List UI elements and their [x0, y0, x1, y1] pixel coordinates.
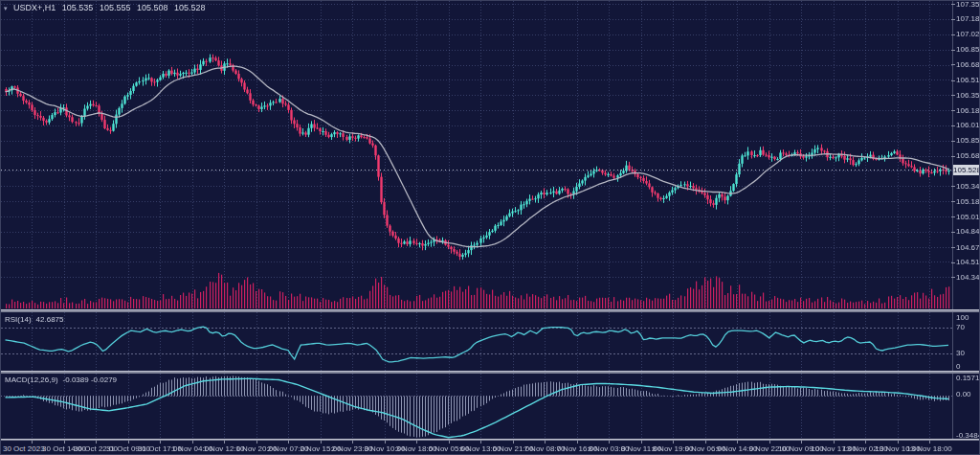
time-tick: [609, 441, 610, 444]
macd-indicator-chart[interactable]: [1, 374, 952, 439]
price-tick: [951, 277, 955, 278]
time-tick: [256, 441, 257, 444]
price-axis-label: 104.345: [956, 273, 980, 282]
time-tick: [513, 441, 514, 444]
rsi-axis-label: 100: [956, 313, 969, 322]
time-axis-label: 30 Oct 2023: [3, 444, 45, 453]
time-axis-label: 13 Nov 18:00: [906, 444, 952, 453]
price-tick: [951, 34, 955, 35]
price-tick: [951, 80, 955, 81]
ohlc-open: 105.535: [62, 3, 94, 12]
price-axis-label: 105.850: [956, 136, 980, 145]
price-tick: [951, 186, 955, 187]
price-axis-label: 106.350: [956, 91, 980, 100]
time-tick: [673, 441, 674, 444]
chart-window: ▾ USDX+,H1 105.535 105.555 105.508 105.5…: [0, 0, 980, 455]
time-tick: [705, 441, 706, 444]
time-tick: [385, 441, 386, 444]
time-tick: [352, 441, 353, 444]
price-axis-label: 106.015: [956, 121, 980, 129]
time-axis[interactable]: 30 Oct 202330 Oct 14:0030 Oct 22:0031 Oc…: [1, 441, 980, 455]
time-tick: [801, 441, 802, 444]
time-tick: [224, 441, 225, 444]
price-tick: [951, 262, 955, 263]
price-axis-label: 106.685: [956, 60, 980, 69]
rsi-indicator-chart[interactable]: [1, 312, 952, 371]
price-tick: [951, 110, 955, 111]
price-axis-label: 106.180: [956, 106, 980, 115]
ohlc-close: 105.528: [174, 3, 206, 12]
panel-separator[interactable]: [1, 371, 980, 374]
time-tick: [834, 441, 835, 444]
price-axis-label: 106.515: [956, 76, 980, 84]
macd-axis-label: 0.00: [956, 390, 971, 398]
price-axis-label: 106.850: [956, 45, 980, 54]
time-tick: [96, 441, 97, 444]
price-tick: [951, 216, 955, 217]
price-axis-label: 107.185: [956, 14, 980, 23]
rsi-axis-label: 0: [956, 362, 960, 371]
price-tick: [951, 64, 955, 65]
price-axis-label: 104.510: [956, 258, 980, 266]
price-axis-label: 107.020: [956, 30, 980, 38]
panel-separator[interactable]: [1, 439, 980, 441]
price-tick: [951, 141, 955, 142]
time-tick: [321, 441, 322, 444]
price-tick: [951, 201, 955, 202]
rsi-axis-label: 30: [956, 349, 965, 357]
time-tick: [865, 441, 866, 444]
price-axis-label: 104.675: [956, 243, 980, 252]
time-tick: [898, 441, 899, 444]
price-tick: [951, 50, 955, 51]
time-tick: [545, 441, 546, 444]
time-tick: [929, 441, 930, 444]
price-tick: [951, 247, 955, 248]
price-tick: [951, 19, 955, 20]
time-tick: [449, 441, 450, 444]
rsi-axis-label: 70: [956, 323, 965, 331]
price-tick: [951, 125, 955, 126]
time-tick: [192, 441, 193, 444]
ohlc-high: 105.555: [100, 3, 131, 12]
time-tick: [416, 441, 417, 444]
price-axis-divider: [952, 1, 953, 441]
price-axis-label: 105.680: [956, 151, 980, 160]
price-tick: [951, 4, 955, 5]
ohlc-low: 105.508: [137, 3, 168, 12]
main-price-chart[interactable]: [1, 1, 952, 309]
time-tick: [160, 441, 161, 444]
time-tick: [32, 441, 33, 444]
price-axis-label: 104.845: [956, 227, 980, 236]
time-tick: [641, 441, 642, 444]
macd-label: MACD(12,26,9)-0.0389 -0.0279: [5, 375, 117, 384]
price-tick: [951, 156, 955, 157]
ohlc-header: ▾ USDX+,H1 105.535 105.555 105.508 105.5…: [4, 3, 210, 12]
price-axis-label: 105.180: [956, 197, 980, 206]
panel-separator[interactable]: [1, 309, 980, 312]
macd-axis-label: 0.1571: [956, 374, 979, 382]
price-axis-label: 107.350: [956, 0, 980, 9]
price-tick: [951, 95, 955, 96]
current-price-box: 105.528: [953, 165, 980, 175]
price-axis-label: 105.010: [956, 213, 980, 221]
time-tick: [128, 441, 129, 444]
time-tick: [288, 441, 289, 444]
time-tick: [64, 441, 65, 444]
time-tick: [480, 441, 481, 444]
symbol-dropdown-icon[interactable]: ▾: [4, 5, 8, 12]
rsi-label: RSI(14)42.6875: [5, 315, 63, 324]
time-tick: [737, 441, 738, 444]
price-axis-label: 105.345: [956, 182, 980, 191]
symbol-timeframe: USDX+,H1: [13, 3, 56, 12]
time-tick: [577, 441, 578, 444]
price-tick: [951, 232, 955, 233]
time-tick: [769, 441, 770, 444]
